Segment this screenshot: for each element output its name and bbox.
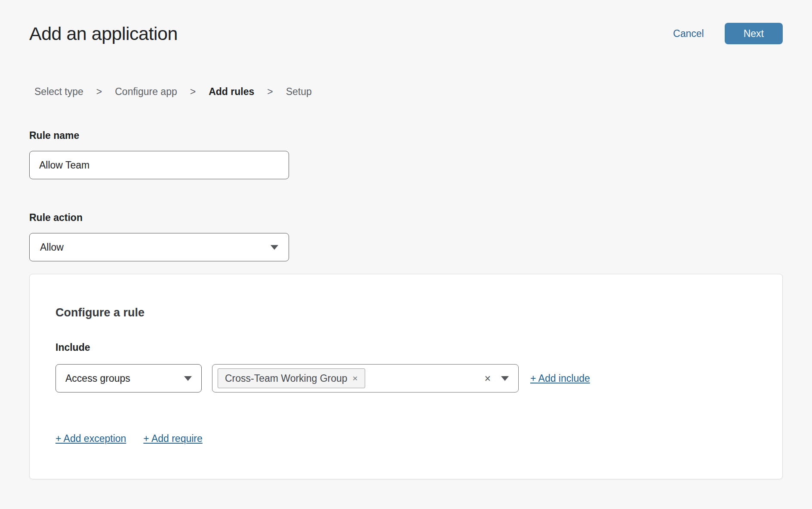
rule-name-input[interactable] xyxy=(29,151,289,179)
add-include-link[interactable]: + Add include xyxy=(530,373,590,384)
card-title: Configure a rule xyxy=(55,306,757,319)
breadcrumb-separator: > xyxy=(190,86,196,97)
rule-links-row: + Add exception + Add require xyxy=(55,433,757,445)
clear-selection-icon[interactable]: × xyxy=(484,373,491,384)
rule-action-value: Allow xyxy=(40,242,64,253)
include-selector-value: Access groups xyxy=(65,373,130,384)
rule-action-label: Rule action xyxy=(29,212,783,224)
add-require-link[interactable]: + Add require xyxy=(143,433,202,445)
breadcrumb-step-add-rules[interactable]: Add rules xyxy=(209,86,254,97)
breadcrumb-step-configure-app[interactable]: Configure app xyxy=(115,86,177,97)
include-value-multiselect[interactable]: Cross-Team Working Group × × xyxy=(212,364,519,392)
page-title: Add an application xyxy=(29,22,178,45)
rule-action-select[interactable]: Allow xyxy=(29,233,289,261)
breadcrumb-separator: > xyxy=(267,86,273,97)
chevron-down-icon xyxy=(271,245,278,250)
remove-tag-icon[interactable]: × xyxy=(353,373,358,383)
include-label: Include xyxy=(55,342,757,353)
cancel-button[interactable]: Cancel xyxy=(673,28,704,40)
add-application-page: Add an application Cancel Next Select ty… xyxy=(0,22,812,479)
chevron-down-icon xyxy=(184,376,192,381)
selected-group-tag-label: Cross-Team Working Group xyxy=(225,373,348,384)
rule-name-label: Rule name xyxy=(29,129,783,141)
page-header: Add an application Cancel Next xyxy=(29,22,783,45)
add-exception-link[interactable]: + Add exception xyxy=(55,433,126,445)
next-button[interactable]: Next xyxy=(725,23,783,44)
include-selector-select[interactable]: Access groups xyxy=(55,364,202,392)
include-rule-row: Access groups Cross-Team Working Group ×… xyxy=(55,364,757,392)
header-actions: Cancel Next xyxy=(673,23,783,44)
configure-rule-card: Configure a rule Include Access groups C… xyxy=(29,274,783,479)
breadcrumb-separator: > xyxy=(96,86,102,97)
breadcrumb-step-select-type[interactable]: Select type xyxy=(34,86,83,97)
chevron-down-icon xyxy=(501,376,509,381)
selected-group-tag: Cross-Team Working Group × xyxy=(218,368,365,388)
breadcrumb: Select type > Configure app > Add rules … xyxy=(29,86,783,97)
breadcrumb-step-setup[interactable]: Setup xyxy=(286,86,312,97)
